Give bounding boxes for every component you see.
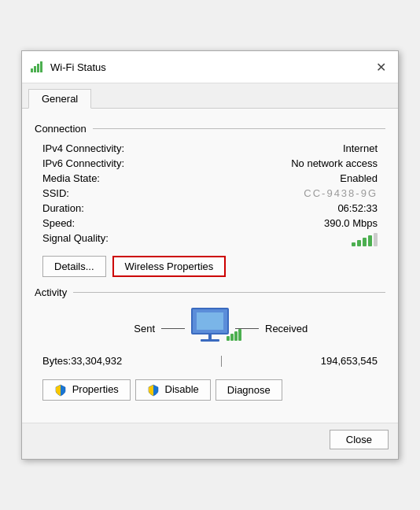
content-area: Connection IPv4 Connectivity: Internet I…	[22, 109, 398, 423]
activity-top-row: Sent	[35, 308, 385, 349]
sent-line	[161, 328, 185, 329]
ipv6-row: IPv6 Connectivity: No network access	[35, 156, 385, 171]
title-bar: Wi-Fi Status ✕	[22, 51, 398, 83]
bar1	[352, 242, 356, 246]
mini-bar1	[227, 336, 230, 341]
mini-bar4	[238, 329, 241, 341]
duration-row: Duration: 06:52:33	[35, 201, 385, 216]
bytes-divider	[122, 356, 321, 367]
svg-rect-2	[37, 64, 39, 72]
disable-button-label: Disable	[165, 383, 199, 395]
media-state-label: Media State:	[42, 172, 100, 184]
bar2	[357, 240, 361, 246]
media-state-value: Enabled	[340, 172, 378, 184]
ipv6-label: IPv6 Connectivity:	[42, 157, 124, 169]
connection-divider	[93, 128, 385, 129]
disable-button[interactable]: Disable	[135, 379, 211, 401]
wifi-status-window: Wi-Fi Status ✕ General Connection IPv4 C…	[21, 50, 399, 460]
properties-shield-icon	[54, 383, 72, 395]
svg-rect-3	[40, 61, 42, 72]
ssid-row: SSID: CC-9438-9G	[35, 186, 385, 201]
monitor	[191, 308, 229, 334]
properties-button[interactable]: Properties	[42, 379, 131, 401]
tab-general[interactable]: General	[28, 89, 91, 109]
sent-label: Sent	[35, 323, 161, 334]
activity-content: Sent	[35, 305, 385, 371]
bottom-buttons: Properties Disable Diagnose	[35, 371, 385, 412]
close-button[interactable]: Close	[330, 430, 389, 449]
computer-graphic	[185, 308, 235, 349]
received-label: Received	[259, 323, 385, 334]
activity-divider	[73, 292, 385, 293]
connection-section-label: Connection	[35, 123, 87, 135]
activity-mini-bars	[227, 329, 241, 341]
monitor-base	[201, 339, 219, 342]
ipv4-value: Internet	[343, 142, 378, 154]
bytes-label: Bytes:	[42, 355, 71, 367]
wireless-properties-button[interactable]: Wireless Properties	[112, 256, 227, 277]
properties-button-label: Properties	[72, 383, 119, 395]
signal-bars-icon	[352, 232, 378, 246]
details-button[interactable]: Details...	[42, 256, 106, 277]
activity-section: Activity Sent	[35, 286, 385, 371]
activity-section-label: Activity	[35, 286, 67, 298]
ssid-label: SSID:	[42, 187, 69, 199]
wifi-icon	[30, 59, 44, 76]
activity-bytes-row: Bytes: 33,304,932 194,653,545	[35, 353, 385, 368]
bar3	[363, 238, 367, 246]
signal-quality-label: Signal Quality:	[42, 232, 109, 246]
ssid-value: CC-9438-9G	[304, 187, 378, 199]
bytes-received-value: 194,653,545	[321, 355, 378, 367]
connection-section-header: Connection	[35, 123, 385, 135]
computer-icon	[185, 308, 235, 349]
footer: Close	[22, 423, 398, 459]
activity-section-header: Activity	[35, 286, 385, 298]
media-state-row: Media State: Enabled	[35, 171, 385, 186]
disable-shield-icon	[147, 383, 165, 395]
connection-buttons: Details... Wireless Properties	[35, 248, 385, 280]
diagnose-button[interactable]: Diagnose	[216, 379, 282, 401]
speed-label: Speed:	[42, 217, 75, 229]
bytes-sent-value: 33,304,932	[71, 355, 122, 367]
monitor-screen	[196, 312, 224, 331]
speed-row: Speed: 390.0 Mbps	[35, 216, 385, 231]
bar5	[374, 233, 378, 246]
vertical-divider	[221, 356, 222, 367]
svg-rect-1	[34, 66, 36, 72]
mini-bar2	[230, 334, 234, 341]
window-title: Wi-Fi Status	[50, 61, 371, 73]
ipv6-value: No network access	[291, 157, 378, 169]
signal-quality-value	[352, 232, 378, 246]
ipv4-label: IPv4 Connectivity:	[42, 142, 124, 154]
duration-value: 06:52:33	[337, 202, 378, 214]
svg-rect-0	[31, 68, 33, 72]
ipv4-row: IPv4 Connectivity: Internet	[35, 141, 385, 156]
close-window-button[interactable]: ✕	[371, 57, 390, 76]
mini-bar3	[234, 331, 238, 341]
duration-label: Duration:	[42, 202, 84, 214]
bar4	[368, 235, 372, 246]
speed-value: 390.0 Mbps	[324, 217, 378, 229]
signal-quality-row: Signal Quality:	[35, 231, 385, 248]
tab-bar: General	[22, 83, 398, 109]
